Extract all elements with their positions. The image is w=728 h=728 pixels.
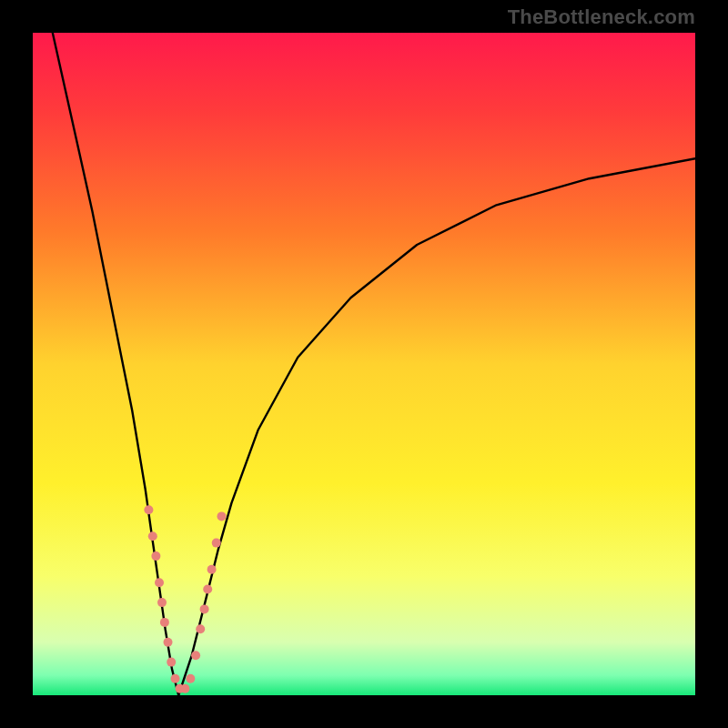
data-point bbox=[167, 658, 176, 667]
data-point bbox=[148, 531, 157, 541]
data-point bbox=[217, 511, 227, 521]
data-point bbox=[155, 578, 164, 587]
data-point bbox=[191, 651, 200, 660]
data-point bbox=[180, 684, 189, 693]
data-point bbox=[196, 624, 205, 633]
plot-area bbox=[33, 33, 695, 695]
data-point bbox=[186, 674, 195, 683]
gradient-background bbox=[33, 33, 695, 695]
data-point bbox=[151, 551, 160, 561]
data-point bbox=[200, 604, 209, 613]
data-point bbox=[171, 674, 180, 683]
bottleneck-chart bbox=[33, 33, 695, 695]
data-point bbox=[207, 565, 217, 574]
data-point bbox=[157, 598, 167, 607]
data-point bbox=[164, 638, 173, 647]
outer-frame: TheBottleneck.com bbox=[0, 0, 728, 728]
data-point bbox=[212, 539, 221, 548]
watermark-text: TheBottleneck.com bbox=[508, 5, 695, 29]
data-point bbox=[160, 618, 169, 627]
data-point bbox=[144, 505, 153, 514]
data-point bbox=[203, 585, 212, 594]
